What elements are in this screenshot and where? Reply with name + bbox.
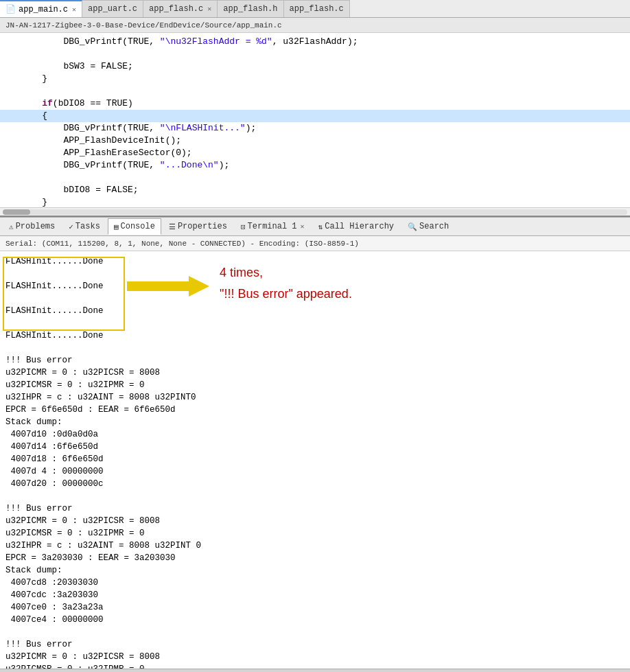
horizontal-scrollbar[interactable] xyxy=(0,207,630,216)
bottom-tab-bar: ⚠ Problems ✓ Tasks ▤ Console ☰ Propertie… xyxy=(0,217,630,236)
console-line-sd-2-1: 4007cd8 :20303030 xyxy=(5,577,625,589)
tab-close-app-main-c[interactable]: ✕ xyxy=(72,5,76,14)
tab-app-uart-c[interactable]: app_uart.c xyxy=(82,0,143,17)
console-line-bus-error-3: !!! Bus error xyxy=(5,638,625,651)
editor-tab-bar: 📄 app_main.c ✕ app_uart.c app_flash.c ✕ … xyxy=(0,0,630,18)
console-lines: FLASHInit......Done FLASHInit......Done … xyxy=(5,255,625,669)
tab-app-flash-h[interactable]: app_flash.h xyxy=(218,0,283,17)
code-content: DBG_vPrintf(TRUE, "\nu32FlashAddr = %d",… xyxy=(0,33,630,207)
tab-label-app-flash-h: app_flash.h xyxy=(223,4,277,14)
tab-console[interactable]: ▤ Console xyxy=(108,218,161,235)
console-line-sd-1-1: 4007d10 :0d0a0d0a xyxy=(5,428,625,441)
console-line-sd-2-3: 4007ce0 : 3a23a23a xyxy=(5,601,625,614)
tab-app-flash-c-1[interactable]: app_flash.c ✕ xyxy=(143,0,218,17)
tab-problems-label: Problems xyxy=(16,222,56,231)
code-editor: DBG_vPrintf(TRUE, "\nu32FlashAddr = %d",… xyxy=(0,33,630,217)
console-line-3: FLASHInit......Done xyxy=(5,305,625,317)
tab-label-app-uart-c: app_uart.c xyxy=(88,4,137,14)
console-line-blank-4 xyxy=(5,342,625,354)
code-line-4: } xyxy=(0,73,630,85)
console-line-bus-error-2: !!! Bus error xyxy=(5,502,625,515)
console-line-epcr-1: EPCR = 6f6e650d : EEAR = 6f6e650d xyxy=(5,404,625,416)
console-line-sd-1-5: 4007d20 : 0000000c xyxy=(5,478,625,490)
problems-icon: ⚠ xyxy=(9,222,14,231)
console-line-sd-1-3: 4007d18 : 6f6e650d xyxy=(5,453,625,465)
console-line-picmr-2: u32PICMR = 0 : u32PICSR = 8008 xyxy=(5,515,625,527)
code-line-9: APP_FlashDeviceInit(); xyxy=(0,135,630,147)
tab-label-app-main-c: app_main.c xyxy=(19,5,68,14)
tab-app-main-c[interactable]: 📄 app_main.c ✕ xyxy=(0,0,82,17)
console-line-sd-1-4: 4007d 4 : 00000000 xyxy=(5,465,625,478)
console-line-bus-error-1: !!! Bus error xyxy=(5,354,625,367)
hscroll-thumb xyxy=(3,209,30,215)
tab-label-app-flash-c-2: app_flash.c xyxy=(290,4,344,14)
console-line-1: FLASHInit......Done xyxy=(5,255,625,268)
tab-close-app-flash-c-1[interactable]: ✕ xyxy=(207,5,211,13)
code-line-11: DBG_vPrintf(TRUE, "...Done\n"); xyxy=(0,159,630,172)
tab-console-label: Console xyxy=(121,222,155,231)
breadcrumb: JN-AN-1217-Zigbee-3-0-Base-Device/EndDev… xyxy=(0,18,630,33)
code-line-7: { xyxy=(0,110,630,122)
tab-call-hierarchy-label: Call Hierarchy xyxy=(325,222,394,231)
bottom-status-bar xyxy=(0,669,630,672)
console-line-blank-5 xyxy=(5,490,625,502)
console-line-picmsr-1: u32PICMSR = 0 : u32IPMR = 0 xyxy=(5,379,625,391)
console-line-blank-2 xyxy=(5,292,625,305)
console-icon: ▤ xyxy=(114,222,119,231)
tab-call-hierarchy[interactable]: ⇅ Call Hierarchy xyxy=(312,218,400,235)
tab-properties[interactable]: ☰ Properties xyxy=(163,218,233,235)
console-line-4: FLASHInit......Done xyxy=(5,329,625,342)
console-line-stack-2: Stack dump: xyxy=(5,564,625,577)
tab-icon-app-main-c: 📄 xyxy=(5,4,16,14)
code-line-13: bDIO8 = FALSE; xyxy=(0,184,630,196)
breadcrumb-text: JN-AN-1217-Zigbee-3-0-Base-Device/EndDev… xyxy=(5,21,282,30)
tab-terminal1-label: Terminal 1 xyxy=(248,222,297,231)
console-line-ihpr-2: u32IHPR = c : u32AINT = 8008 u32PINT 0 xyxy=(5,540,625,552)
hscroll-track xyxy=(3,209,627,215)
console-line-epcr-2: EPCR = 3a203030 : EEAR = 3a203030 xyxy=(5,552,625,564)
console-line-picmr-3: u32PICMR = 0 : u32PICSR = 8008 xyxy=(5,651,625,663)
console-status-bar: Serial: (COM11, 115200, 8, 1, None, None… xyxy=(0,236,630,251)
tab-close-terminal1[interactable]: ✕ xyxy=(301,222,305,231)
tab-search-label: Search xyxy=(419,222,449,231)
search-icon: 🔍 xyxy=(408,222,417,231)
console-line-picmr-1: u32PICMR = 0 : u32PICSR = 8008 xyxy=(5,367,625,379)
code-line-10: APP_FlashEraseSector(0); xyxy=(0,147,630,159)
tab-tasks-label: Tasks xyxy=(75,222,100,231)
console-line-ihpr-1: u32IHPR = c : u32AINT = 8008 u32PINT0 xyxy=(5,391,625,404)
code-line-8: DBG_vPrintf(TRUE, "\nFLASHInit..."); xyxy=(0,122,630,135)
code-line-6: if(bDIO8 == TRUE) xyxy=(0,97,630,110)
console-line-picmsr-2: u32PICMSR = 0 : u32IPMR = 0 xyxy=(5,527,625,540)
console-line-sd-1-2: 4007d14 :6f6e650d xyxy=(5,441,625,453)
console-line-2: FLASHInit......Done xyxy=(5,280,625,292)
tab-terminal1[interactable]: ⊡ Terminal 1 ✕ xyxy=(235,218,311,235)
code-line-14: } xyxy=(0,196,630,207)
tab-search[interactable]: 🔍 Search xyxy=(401,218,455,235)
console-line-blank-6 xyxy=(5,626,625,638)
terminal-icon: ⊡ xyxy=(241,222,246,231)
console-line-blank-3 xyxy=(5,317,625,329)
console-line-sd-2-2: 4007cdc :3a203030 xyxy=(5,589,625,601)
properties-icon: ☰ xyxy=(169,222,176,231)
console-line-stack-1: Stack dump: xyxy=(5,416,625,428)
code-line-12 xyxy=(0,172,630,184)
code-line-3: bSW3 = FALSE; xyxy=(0,60,630,73)
console-output[interactable]: 4 times, "!!! Bus error" appeared. FLASH… xyxy=(0,251,630,669)
tab-label-app-flash-c-1: app_flash.c xyxy=(149,4,203,14)
tab-tasks[interactable]: ✓ Tasks xyxy=(62,218,106,235)
code-line-5 xyxy=(0,85,630,97)
tab-app-flash-c-2[interactable]: app_flash.c xyxy=(284,0,350,17)
tab-properties-label: Properties xyxy=(178,222,227,231)
status-bar-text: Serial: (COM11, 115200, 8, 1, None, None… xyxy=(5,240,359,248)
console-line-sd-2-4: 4007ce4 : 00000000 xyxy=(5,614,625,626)
console-line-picmsr-3: u32PICMSR = 0 : u32IPMR = 0 xyxy=(5,663,625,669)
call-hierarchy-icon: ⇅ xyxy=(318,222,323,231)
code-line-2 xyxy=(0,48,630,60)
tab-problems[interactable]: ⚠ Problems xyxy=(3,218,61,235)
console-line-blank-1 xyxy=(5,268,625,280)
code-line-1: DBG_vPrintf(TRUE, "\nu32FlashAddr = %d",… xyxy=(0,36,630,48)
tasks-icon: ✓ xyxy=(69,222,73,231)
